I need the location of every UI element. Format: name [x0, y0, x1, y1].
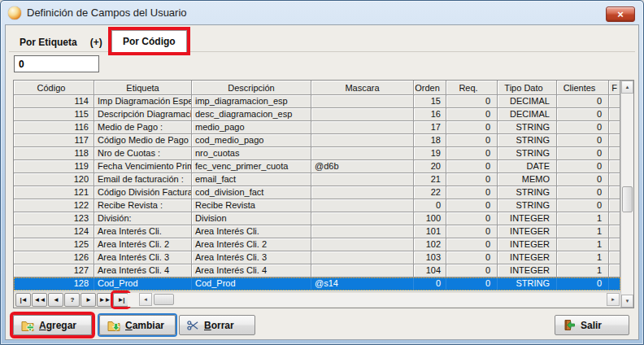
scroll-up-icon[interactable]: ▲ — [621, 81, 633, 94]
cell: Cod_Prod — [192, 277, 311, 290]
table-row[interactable]: 121Código División Facturaccod_division_… — [14, 186, 620, 199]
nav-next[interactable]: ► — [80, 293, 96, 307]
table-row[interactable]: 127Area Interés Cli. 4Area Interés Cli. … — [14, 264, 620, 277]
cell: 1 — [557, 251, 609, 264]
cell: Area Interés Cli. 3 — [94, 251, 192, 264]
cell: 0 — [446, 238, 498, 251]
horizontal-scroll-thumb[interactable] — [154, 294, 174, 305]
cell — [609, 108, 620, 121]
close-icon: × — [617, 9, 624, 20]
cell: 128 — [14, 277, 94, 290]
vertical-scroll-thumb[interactable] — [622, 186, 633, 212]
nav-page-prev[interactable]: ◄◄ — [32, 293, 47, 307]
cell: 0 — [446, 173, 498, 186]
cell: 15 — [414, 95, 446, 108]
exit-button[interactable]: Salir — [555, 315, 629, 335]
cell — [609, 225, 620, 238]
table-row[interactable]: 123División:Division1000INTEGER1 — [14, 212, 620, 225]
table-row[interactable]: 124Area Interés Cli.Area Interés Cli.101… — [14, 225, 620, 238]
grid-main: CódigoEtiquetaDescripciónMascaraOrdenReq… — [14, 81, 620, 291]
column-header[interactable]: Etiqueta — [94, 81, 192, 95]
column-header[interactable]: Código — [14, 81, 94, 95]
cell — [609, 199, 620, 212]
nav-help[interactable]: ? — [64, 293, 80, 307]
delete-button[interactable]: Borrar — [179, 315, 255, 335]
change-button[interactable]: Cambiar — [99, 315, 176, 335]
table-row[interactable]: 119Fecha Vencimiento Primfec_venc_primer… — [14, 160, 620, 173]
exit-door-icon — [563, 319, 576, 331]
cell — [609, 147, 620, 160]
column-header[interactable]: Mascara — [311, 81, 414, 95]
cell: 115 — [14, 108, 94, 121]
cell: nro_cuotas — [192, 147, 311, 160]
scroll-left-icon[interactable]: ◄ — [139, 293, 152, 306]
cell: desc_diagramacion_esp — [192, 108, 311, 121]
titlebar[interactable]: Definición de Campos del Usuario — [1, 1, 643, 24]
cell: DECIMAL — [498, 108, 557, 121]
cell: 101 — [414, 225, 446, 238]
cell: 0 — [557, 108, 609, 121]
cell: Recibe Revista — [192, 199, 311, 212]
nav-last[interactable]: ►| — [113, 293, 128, 307]
table-row[interactable]: 118Nro de Cuotas :nro_cuotas190STRING0 — [14, 147, 620, 160]
cell: 0 — [557, 186, 609, 199]
add-button[interactable]: Agregar — [13, 315, 92, 335]
cell: 0 — [446, 121, 498, 134]
cell: Fecha Vencimiento Prim — [94, 160, 192, 173]
cell — [609, 277, 620, 290]
cell — [609, 95, 620, 108]
grid-bottom-bar: |◄◄◄◄?►►►►| ◄ ► — [14, 291, 620, 308]
cell: 18 — [414, 134, 446, 147]
cell: 0 — [557, 134, 609, 147]
column-header[interactable]: Clientes — [557, 81, 609, 95]
close-button[interactable]: × — [606, 7, 635, 22]
cell: Area Interés Cli. 4 — [94, 264, 192, 277]
scroll-right-icon[interactable]: ► — [607, 293, 620, 306]
table-row[interactable]: 117Código Medio de Pago :cod_medio_pago1… — [14, 134, 620, 147]
cell: Nro de Cuotas : — [94, 147, 192, 160]
nav-first[interactable]: |◄ — [15, 293, 31, 307]
cell: 1 — [557, 225, 609, 238]
table-row[interactable]: 116Medio de Pago :medio_pago170STRING0 — [14, 121, 620, 134]
cell: STRING — [498, 186, 557, 199]
table-row[interactable]: 122Recibe Revista :Recibe Revista00STRIN… — [14, 199, 620, 212]
cell: INTEGER — [498, 238, 557, 251]
nav-page-next[interactable]: ►► — [97, 293, 112, 307]
cell: STRING — [498, 121, 557, 134]
table-row[interactable]: 115Descripción Diagramaciódesc_diagramac… — [14, 108, 620, 121]
cell: 123 — [14, 212, 94, 225]
app-icon — [8, 7, 21, 20]
scroll-down-icon[interactable]: ▼ — [621, 295, 633, 308]
cell: Area Interés Cli. 4 — [192, 264, 311, 277]
column-header[interactable]: Descripción — [192, 81, 311, 95]
column-header[interactable]: F — [609, 81, 620, 95]
column-header[interactable]: Tipo Dato — [498, 81, 557, 95]
cell: Recibe Revista : — [94, 199, 192, 212]
vertical-scrollbar[interactable]: ▲ ▼ — [620, 81, 633, 308]
cell: 0 — [557, 147, 609, 160]
column-header[interactable]: Orden — [414, 81, 446, 95]
search-code-input[interactable] — [14, 55, 99, 72]
tab-add-button[interactable]: (+) — [90, 37, 102, 48]
cell: Medio de Pago : — [94, 121, 192, 134]
table-row[interactable]: 125Area Interés Cli. 2Area Interés Cli. … — [14, 238, 620, 251]
cell: 0 — [446, 277, 498, 290]
horizontal-scrollbar[interactable]: ◄ ► — [128, 293, 620, 307]
table-row[interactable]: 126Area Interés Cli. 3Area Interés Cli. … — [14, 251, 620, 264]
cell: INTEGER — [498, 225, 557, 238]
table-row[interactable]: 128Cod_ProdCod_Prod@s1400STRING0 — [14, 277, 620, 290]
cell: 0 — [557, 95, 609, 108]
cell: 0 — [446, 199, 498, 212]
table-row[interactable]: 120Email de facturación :email_fact210ME… — [14, 173, 620, 186]
cell: Imp Diagramación Espec — [94, 95, 192, 108]
nav-prev[interactable]: ◄ — [48, 293, 63, 307]
cell: 19 — [414, 147, 446, 160]
exit-button-label: Salir — [581, 320, 602, 331]
tab-por-codigo[interactable]: Por Código — [111, 30, 187, 52]
table-row[interactable]: 114Imp Diagramación Especimp_diagramacio… — [14, 95, 620, 108]
cell: Area Interés Cli. 2 — [94, 238, 192, 251]
client-area: Por Etiqueta (+) Por Código CódigoEtique… — [5, 24, 639, 340]
column-header[interactable]: Req. — [446, 81, 498, 95]
tab-por-etiqueta[interactable]: Por Etiqueta (+) — [13, 33, 109, 51]
cell: 124 — [14, 225, 94, 238]
